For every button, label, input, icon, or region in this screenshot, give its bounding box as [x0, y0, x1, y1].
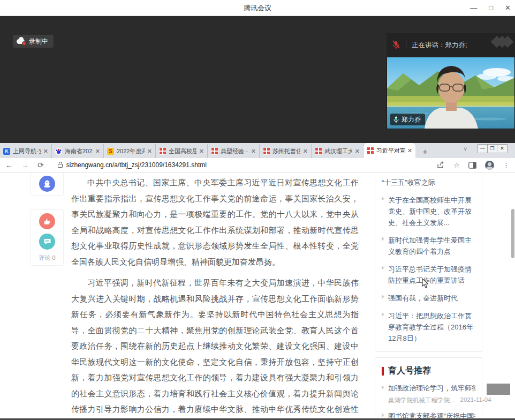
red-bar-accent	[382, 367, 384, 376]
tab-close-icon[interactable]: ✕	[95, 148, 100, 155]
share-action-rail: 评论 0	[31, 172, 63, 265]
cloud-recording-icon	[17, 38, 26, 44]
related-link[interactable]: 关于在全国高校师生中开展党史、新中国史、改革开放史、社会主义发展...	[382, 194, 475, 228]
speaker-bar-divider	[406, 40, 406, 50]
new-tab-button[interactable]: +	[419, 145, 431, 158]
share-qq-button[interactable]	[39, 176, 55, 192]
url-text: sizhengwang.cn/a/tbtj_zsj/231009/1634291…	[66, 161, 207, 169]
webpage-content: 评论 0 中共中央总书记、国家主席、中央军委主席习近平近日对宣传思想文化工作作出…	[0, 172, 515, 418]
side-panel-icon[interactable]	[468, 162, 476, 169]
related-link[interactable]: 新时代加强青年学生爱国主义教育的四个着力点	[382, 235, 475, 257]
page-scrollbar-thumb[interactable]	[511, 209, 514, 258]
date-label: 2021-11-04	[460, 396, 491, 404]
bullet-triangle-icon	[382, 266, 384, 270]
participant-video[interactable]: 郑力乔	[387, 57, 515, 129]
comment-button[interactable]	[39, 234, 55, 250]
tab-close-icon[interactable]: ✕	[303, 148, 308, 155]
recording-badge[interactable]: 录制中	[13, 35, 54, 48]
recording-label: 录制中	[29, 37, 48, 46]
bullet-triangle-icon	[382, 413, 384, 417]
article-paragraph: 习近平强调，新时代新征程，世界百年未有之大变局加速演进，中华民族伟大复兴进入关键…	[71, 275, 359, 418]
sizhengwang-favicon	[211, 148, 218, 155]
bullet-triangle-icon	[382, 237, 384, 241]
tab-close-icon[interactable]: ✕	[43, 148, 48, 155]
bookmark-star-icon[interactable]: ☆	[453, 161, 460, 169]
org-label: 巢湖学院机械工程学院...	[388, 396, 455, 404]
recommend-section-title: 育人号推荐	[382, 365, 475, 377]
share-icon[interactable]	[437, 161, 445, 169]
maximize-button[interactable]: □	[489, 0, 493, 16]
article-body: 中共中央总书记、国家主席、中央军委主席习近平近日对宣传思想文化工作作出重要指示指…	[71, 175, 359, 418]
participant-name-tag: 郑力乔	[390, 114, 425, 125]
thumbs-up-icon	[43, 218, 51, 226]
bullet-triangle-icon	[382, 295, 384, 299]
tab-close-icon[interactable]: ✕	[355, 148, 360, 155]
related-link[interactable]: “十三五”收官之际	[382, 177, 475, 188]
navigation-favicon: K	[3, 148, 10, 155]
tab-niandu-gaoxiao[interactable]: S 2022年度高校 ✕	[104, 144, 156, 158]
browser-window-controls: — ❐ ✕	[478, 144, 508, 153]
sidebar: “十三五”收官之际 关于在全国高校师生中开展党史、新中国史、改革开放史、社会主义…	[375, 172, 482, 418]
article-paragraph: 中共中央总书记、国家主席、中央军委主席习近平近日对宣传思想文化工作作出重要指示指…	[71, 175, 359, 269]
bullet-triangle-icon	[382, 312, 384, 317]
meeting-stage: 录制中 正在讲话：郑力乔;	[0, 16, 515, 143]
meeting-title: 腾讯会议	[244, 3, 271, 13]
tab-close-icon[interactable]: ✕	[407, 147, 412, 154]
forward-icon[interactable]: →	[21, 161, 29, 169]
comment-count-label: 评论 0	[39, 254, 55, 262]
s-favicon: S	[107, 148, 114, 155]
tab-hainan[interactable]: 海南省2022年 ✕	[52, 144, 104, 158]
participant-name: 郑力乔	[402, 115, 421, 124]
tab-wuhan-ligong[interactable]: 武汉理工大学 ✕	[312, 144, 363, 158]
minimize-button[interactable]: —	[470, 0, 477, 16]
speaker-panel: 正在讲话：郑力乔;	[387, 33, 515, 129]
close-button[interactable]: ✕	[505, 0, 511, 16]
bullet-triangle-icon	[382, 197, 384, 201]
lock-icon	[58, 164, 63, 168]
recommend-item[interactable]: 图书馆党支部参观“庆祝中国共产党... 辽宁装备制造职业技术...2021-11…	[382, 411, 475, 418]
tab-suzhou-top[interactable]: 苏州托普信息 ✕	[260, 144, 312, 158]
yurenhao-recommend-box: 育人号推荐 加强政治理论学习，筑牢师德师风底线 巢湖学院机械工程学院...202…	[375, 357, 482, 418]
related-links-box: “十三五”收官之际 关于在全国高校师生中开展党史、新中国史、改革开放史、社会主义…	[375, 172, 482, 352]
sizhengwang-favicon	[159, 148, 166, 155]
reload-icon[interactable]: ⟳	[37, 161, 44, 169]
tab-xijinping-active[interactable]: 习近平对宣传 ✕	[363, 143, 415, 158]
browser-close-button[interactable]: ✕	[497, 145, 507, 153]
recommend-item[interactable]: 加强政治理论学习，筑牢师德师风底线 巢湖学院机械工程学院...2021-11-0…	[382, 384, 475, 404]
tab-close-icon[interactable]: ✕	[199, 148, 204, 155]
back-to-top-box[interactable]	[487, 384, 510, 395]
browser-restore-button[interactable]: ❐	[488, 145, 497, 153]
meeting-logo-watermark	[496, 38, 512, 48]
tab-close-icon[interactable]: ✕	[147, 148, 152, 155]
menu-kebab-icon[interactable]: ⋮	[503, 161, 510, 169]
sizhengwang-favicon	[367, 147, 374, 154]
tab-close-icon[interactable]: ✕	[251, 148, 256, 155]
tab-search-chevron-icon[interactable]: ˅	[464, 146, 467, 152]
window-controls: — □ ✕	[470, 0, 511, 16]
comment-bubble-icon	[43, 238, 51, 245]
bullet-triangle-icon	[382, 385, 384, 389]
meeting-titlebar: 腾讯会议 — □ ✕	[0, 0, 515, 16]
browser-url-bar: ← → ⟳ sizhengwang.cn/a/tbtj_zsj/231009/1…	[0, 158, 515, 172]
like-button[interactable]	[39, 213, 55, 229]
mic-active-icon	[393, 116, 399, 123]
tab-daohang[interactable]: K 上网导航-安全 ✕	[0, 144, 52, 158]
address-field[interactable]: sizhengwang.cn/a/tbtj_zsj/231009/1634291…	[52, 160, 437, 171]
speaker-bar: 正在讲话：郑力乔;	[387, 33, 515, 57]
qq-icon	[43, 179, 51, 188]
related-link[interactable]: 习近平：把思想政治工作贯穿教育教学全过程（2016年12月8日）	[382, 310, 475, 344]
back-icon[interactable]: ←	[5, 161, 13, 169]
browser-minimize-button[interactable]: —	[478, 145, 488, 153]
shared-browser-window: K 上网导航-安全 ✕ 海南省2022年 ✕ S 2022年度高校 ✕ 全国高校…	[0, 143, 515, 418]
sizhengwang-favicon	[263, 148, 270, 155]
mouse-cursor	[422, 278, 429, 288]
tab-quanguo-sizheng[interactable]: 全国高校思想 ✕	[156, 144, 208, 158]
related-link[interactable]: 强国有我，奋进新时代	[382, 292, 475, 304]
sizhengwang-favicon	[315, 148, 322, 155]
share-card	[31, 172, 63, 195]
speaking-label: 正在讲话：郑力乔;	[412, 41, 467, 50]
tab-dianxing-jingyan[interactable]: 典型经验 - 全 ✕	[208, 144, 260, 158]
mic-muted-icon	[392, 40, 400, 50]
profile-avatar[interactable]	[485, 161, 494, 170]
baidu-favicon	[55, 148, 62, 155]
